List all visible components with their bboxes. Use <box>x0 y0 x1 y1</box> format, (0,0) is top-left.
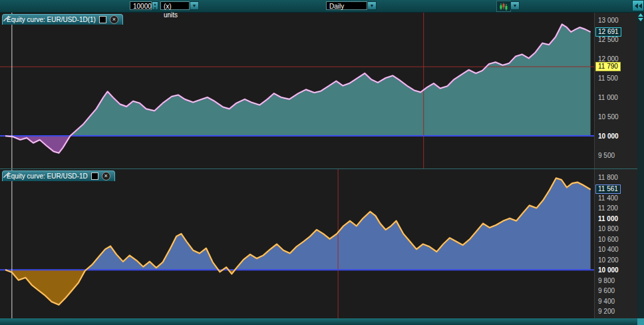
axis-tick-label: 9 200 <box>598 308 615 315</box>
double-left-arrow-icon <box>635 3 638 9</box>
stepper-down-icon[interactable]: ▼ <box>152 6 158 10</box>
last-value-badge: 11 561 <box>595 184 621 194</box>
scroll-arrows[interactable] <box>638 13 643 21</box>
double-left-arrow-icon <box>639 3 642 9</box>
panel-tab-equity-2[interactable]: Equity curve: EUR/USD-1D × <box>2 170 115 181</box>
resize-corner[interactable] <box>637 318 644 325</box>
axis-tick-label: 10 800 <box>598 225 619 232</box>
trading-app-window: 10000 ▲ ▼ (x) units ▼ Daily ▼ ▼ 13 <box>0 0 644 325</box>
equity-chart-plot-1[interactable] <box>0 13 594 169</box>
axis-tick-label: 9 400 <box>598 298 615 305</box>
axis-tick-label: 9 600 <box>598 287 615 294</box>
wrench-icon[interactable] <box>3 171 10 178</box>
axis-tick-label: 10 500 <box>598 113 619 121</box>
style-square-icon[interactable] <box>91 172 98 180</box>
price-axis-1[interactable]: 13 00012 50012 00011 50011 00010 50010 0… <box>594 13 637 168</box>
chart-style-dropdown-arrow-icon[interactable]: ▼ <box>510 1 520 10</box>
wrench-icon[interactable] <box>3 15 10 22</box>
style-square-icon[interactable] <box>99 16 106 23</box>
timeframe-dropdown-arrow-icon[interactable]: ▼ <box>367 1 377 10</box>
axis-tick-label: 12 500 <box>598 36 619 43</box>
collapse-panel-button[interactable] <box>632 0 644 11</box>
crosshair-price-badge: 11 790 <box>595 62 621 71</box>
quantity-input[interactable]: 10000 <box>130 1 152 10</box>
axis-tick-label: 11 200 <box>598 204 618 212</box>
bottom-status-bar <box>0 318 644 325</box>
scroll-down-icon[interactable] <box>638 18 643 21</box>
axis-tick-label: 9 800 <box>598 277 615 284</box>
panel-title: Equity curve: EUR/USD-1D <box>7 172 88 180</box>
last-value-badge: 12 691 <box>595 27 621 37</box>
axis-tick-label: 9 500 <box>598 152 615 159</box>
equity-panel-2: 11 80011 60011 40011 20011 00010 80010 6… <box>0 168 644 318</box>
axis-tick-label: 11 000 <box>598 94 618 101</box>
equity-chart-plot-2[interactable] <box>0 169 594 319</box>
units-select[interactable]: (x) units <box>160 1 190 10</box>
axis-tick-label: 11 000 <box>598 215 618 222</box>
axis-tick-label: 11 500 <box>598 75 618 82</box>
close-icon[interactable]: × <box>102 172 110 180</box>
panel-title: Equity curve: EUR/USD-1D(1) <box>7 16 96 23</box>
axis-tick-label: 10 400 <box>598 246 619 253</box>
axis-tick-label: 13 000 <box>598 17 619 24</box>
axis-tick-label: 10 000 <box>598 266 619 274</box>
scroll-up-icon[interactable] <box>638 13 643 17</box>
timeframe-select[interactable]: Daily <box>326 1 367 10</box>
toolbar: 10000 ▲ ▼ (x) units ▼ Daily ▼ ▼ <box>0 0 644 13</box>
quantity-stepper[interactable]: ▲ ▼ <box>152 1 158 10</box>
axis-tick-label: 11 800 <box>598 174 618 181</box>
axis-tick-label: 10 200 <box>598 256 619 264</box>
candlestick-chart-icon <box>499 3 508 11</box>
units-dropdown-arrow-icon[interactable]: ▼ <box>190 1 199 10</box>
axis-tick-label: 10 000 <box>598 133 619 140</box>
close-icon[interactable]: × <box>110 15 118 24</box>
vertical-scrollbar[interactable] <box>637 12 644 318</box>
chart-style-button[interactable] <box>496 1 511 12</box>
axis-tick-label: 11 400 <box>598 194 618 202</box>
axis-tick-label: 10 600 <box>598 236 619 243</box>
equity-panel-1: 13 00012 50012 00011 50011 00010 50010 0… <box>0 12 644 168</box>
price-axis-2[interactable]: 11 80011 60011 40011 20011 00010 80010 6… <box>594 169 637 318</box>
panel-tab-equity-1[interactable]: Equity curve: EUR/USD-1D(1) × <box>2 14 123 25</box>
